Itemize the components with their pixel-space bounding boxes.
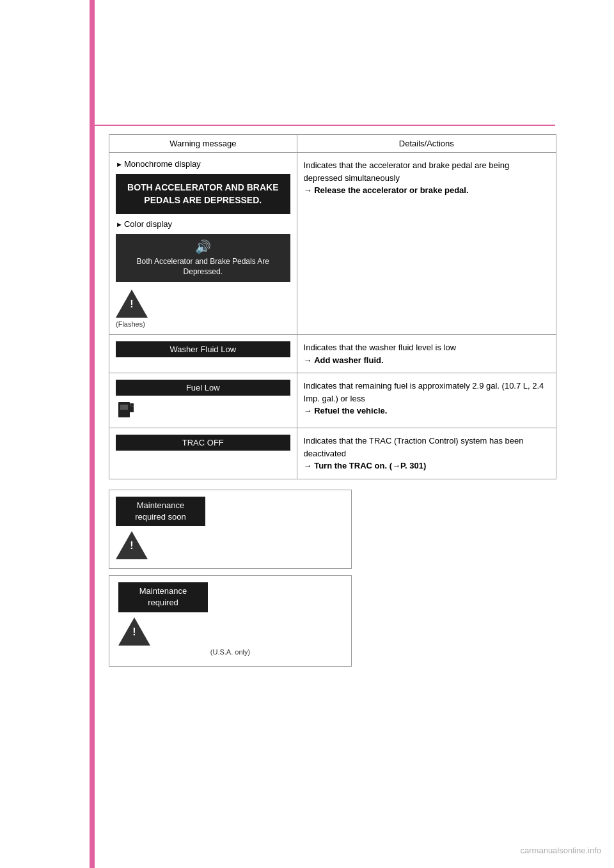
warning-triangle-icon-2	[116, 531, 148, 559]
details-cell-fuel: Indicates that remaining fuel is approxi…	[297, 373, 556, 428]
trac-details-text: Indicates that the TRAC (Traction Contro…	[304, 435, 549, 472]
fuel-action: Refuel the vehicle.	[314, 406, 387, 415]
pedals-details-text: Indicates that the accelerator and brake…	[304, 159, 549, 197]
fuel-pump-icon	[116, 398, 139, 421]
warning-triangle-icon-3	[118, 617, 150, 646]
fuel-banner: Fuel Low	[116, 380, 290, 396]
pedals-action: Release the accelerator or brake pedal.	[314, 185, 468, 195]
washer-details-text: Indicates that the washer fluid level is…	[304, 341, 549, 366]
mono-display-box: BOTH ACCELERATOR AND BRAKE PEDALS ARE DE…	[116, 174, 290, 214]
trac-action: Turn the TRAC on. (→P. 301)	[314, 461, 426, 470]
below-table-section: Maintenance required soon Maintenance re…	[109, 490, 352, 667]
table-row: ►Monochrome display BOTH ACCELERATOR AND…	[109, 153, 556, 335]
color-display-text: Both Accelerator and Brake Pedals Are De…	[122, 257, 284, 277]
maintenance-box-2: Maintenance required (U.S.A. only)	[109, 575, 352, 666]
col-header-details: Details/Actions	[297, 135, 556, 153]
washer-banner: Washer Fluid Low	[116, 341, 290, 357]
details-cell-trac: Indicates that the TRAC (Traction Contro…	[297, 428, 556, 479]
warning-cell-trac: TRAC OFF	[109, 428, 297, 479]
maintenance-box-1: Maintenance required soon	[109, 490, 352, 569]
details-cell-washer: Indicates that the washer fluid level is…	[297, 335, 556, 373]
maintenance-required-banner: Maintenance required	[118, 582, 208, 612]
svg-rect-1	[120, 405, 128, 410]
branding-text: carmanualsonline.info	[521, 846, 601, 855]
speaker-icon: 🔊	[195, 239, 211, 254]
flashes-section: (Flashes)	[116, 287, 290, 328]
warning-cell-fuel: Fuel Low	[109, 373, 297, 428]
bullet-icon: ►	[116, 160, 123, 168]
arrow-symbol-4: →	[304, 461, 315, 470]
table-row: Washer Fluid Low Indicates that the wash…	[109, 335, 556, 373]
left-sidebar-stripe	[90, 0, 95, 868]
washer-action: Add washer fluid.	[314, 355, 383, 365]
arrow-symbol-2: →	[304, 355, 315, 365]
table-row: TRAC OFF Indicates that the TRAC (Tracti…	[109, 428, 556, 479]
top-divider-line	[95, 125, 555, 126]
warning-cell-pedals: ►Monochrome display BOTH ACCELERATOR AND…	[109, 153, 297, 335]
usa-only-label: (U.S.A. only)	[118, 648, 342, 656]
trac-banner: TRAC OFF	[116, 435, 290, 451]
warning-cell-washer: Washer Fluid Low	[109, 335, 297, 373]
color-display-box: 🔊 Both Accelerator and Brake Pedals Are …	[116, 234, 290, 282]
col-header-warning: Warning message	[109, 135, 297, 153]
details-cell-pedals: Indicates that the accelerator and brake…	[297, 153, 556, 335]
maintenance-soon-banner: Maintenance required soon	[116, 497, 205, 526]
table-row: Fuel Low Indicates that remaining fuel i…	[109, 373, 556, 428]
arrow-symbol: →	[304, 185, 315, 195]
color-label: ►Color display	[116, 219, 290, 229]
warning-triangle-icon	[116, 290, 148, 318]
flashes-label: (Flashes)	[116, 320, 145, 328]
color-display-icon-row: 🔊	[122, 239, 284, 254]
fuel-details-text: Indicates that remaining fuel is approxi…	[304, 380, 549, 417]
arrow-symbol-3: →	[304, 406, 315, 415]
main-content: Warning message Details/Actions ►Monochr…	[109, 134, 556, 667]
warning-table: Warning message Details/Actions ►Monochr…	[109, 134, 556, 479]
monochrome-label: ►Monochrome display	[116, 159, 290, 169]
bullet-icon-2: ►	[116, 221, 123, 228]
